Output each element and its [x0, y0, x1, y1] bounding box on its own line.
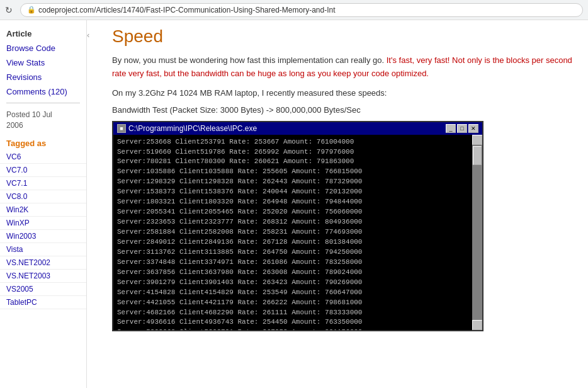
sidebar-tag-win2003[interactable]: Win2003: [0, 230, 86, 243]
article-section-label: Article: [0, 25, 86, 41]
scrollbar-down-arrow[interactable]: ▼: [472, 320, 482, 330]
sidebar-meta-posted: Posted 10 Jul 2006: [0, 107, 86, 134]
sidebar-tag-vsnet2003[interactable]: VS.NET2003: [0, 270, 86, 283]
sidebar-arrow: ‹: [87, 20, 99, 388]
console-scrollbar[interactable]: ▲ ▼: [472, 135, 482, 330]
sidebar-tag-vc80[interactable]: VC8.0: [0, 190, 86, 203]
console-line: Server:2849012 Client2849136 Rate: 26712…: [117, 237, 478, 248]
sidebar-link-view-stats[interactable]: View Stats: [0, 55, 86, 70]
console-line: Server:2323653 Client2323777 Rate: 26831…: [117, 217, 478, 227]
console-controls: _ □ ✕: [446, 124, 478, 133]
console-title-text: C:\Programming\IPC\Release\IPC.exe: [128, 124, 257, 133]
console-app-icon: ■: [117, 124, 126, 133]
console-line: Server:4421055 Client4421179 Rate: 26622…: [117, 298, 478, 308]
sidebar: Article Browse Code View Stats Revisions…: [0, 20, 87, 388]
console-line: Server:253668 Client253791 Rate: 253667 …: [117, 137, 478, 147]
console-line: Server:3113762 Client3113885 Rate: 26475…: [117, 248, 478, 258]
speed-line: On my 3.2Ghz P4 1024 MB RAM laptop, I re…: [112, 88, 575, 98]
scrollbar-up-arrow[interactable]: ▲: [472, 135, 482, 145]
sidebar-tagged-label: Tagged as: [0, 134, 86, 151]
console-minimize-btn[interactable]: _: [446, 124, 456, 133]
sidebar-link-comments[interactable]: Comments (120): [0, 84, 86, 99]
console-line: Server:3637856 Client3637980 Rate: 26300…: [117, 268, 478, 278]
console-line: Server:2055341 Client2055465 Rate: 25202…: [117, 207, 478, 217]
sidebar-tag-tabletpc[interactable]: TabletPC: [0, 296, 86, 309]
intro-paragraph: By now, you must be wondering how fast t…: [112, 54, 575, 81]
console-line: Server:1803321 Client1803320 Rate: 26494…: [117, 197, 478, 207]
bandwidth-line: Bandwidth Test (Packet Size: 3000 Bytes)…: [112, 105, 575, 115]
console-title-left: ■ C:\Programming\IPC\Release\IPC.exe: [117, 124, 257, 133]
console-line: Server:1035886 Client1035888 Rate: 25560…: [117, 167, 478, 177]
url-text: codeproject.com/Articles/14740/Fast-IPC-…: [38, 6, 336, 14]
console-line: Server:3901279 Client3901403 Rate: 26342…: [117, 278, 478, 288]
console-line: Server:4154828 Client4154829 Rate: 25354…: [117, 288, 478, 298]
sidebar-link-revisions[interactable]: Revisions: [0, 70, 86, 84]
console-line: Server:4936616 Client4936743 Rate: 25445…: [117, 317, 478, 328]
main-content: Speed By now, you must be wondering how …: [99, 20, 588, 388]
console-line: Server:3374848 Client3374971 Rate: 26108…: [117, 258, 478, 268]
url-bar[interactable]: 🔒 codeproject.com/Articles/14740/Fast-IP…: [20, 3, 583, 17]
refresh-icon[interactable]: ↻: [5, 5, 15, 15]
lock-icon: 🔒: [27, 6, 36, 14]
console-close-btn[interactable]: ✕: [468, 124, 478, 133]
console-window: ■ C:\Programming\IPC\Release\IPC.exe _ □…: [112, 121, 483, 331]
sidebar-tag-vc71[interactable]: VC7.1: [0, 177, 86, 190]
highlight-fast: It's fast, very fast! Not only is the bl…: [112, 55, 572, 78]
scrollbar-thumb[interactable]: [473, 146, 482, 165]
sidebar-tag-win2k[interactable]: Win2K: [0, 203, 86, 217]
console-line: Server:5203668 Client5203791 Rate: 26705…: [117, 328, 478, 329]
page-title: Speed: [112, 26, 575, 47]
sidebar-tag-vs2005[interactable]: VS2005: [0, 283, 86, 296]
console-body: Server:253668 Client253791 Rate: 253667 …: [113, 135, 482, 330]
console-lines: Server:253668 Client253791 Rate: 253667 …: [117, 137, 478, 330]
sidebar-tag-winxp[interactable]: WinXP: [0, 217, 86, 230]
sidebar-tag-vsnet2002[interactable]: VS.NET2002: [0, 256, 86, 270]
sidebar-tag-vista[interactable]: Vista: [0, 243, 86, 256]
sidebar-tag-vc6[interactable]: VC6: [0, 151, 86, 164]
console-titlebar: ■ C:\Programming\IPC\Release\IPC.exe _ □…: [113, 122, 482, 135]
console-line: Server:4682166 Client4682290 Rate: 26111…: [117, 308, 478, 318]
console-line: Server:1298329 Client1298328 Rate: 26244…: [117, 177, 478, 187]
console-line: Server:519660 Client519786 Rate: 265992 …: [117, 147, 478, 157]
console-maximize-btn[interactable]: □: [457, 124, 467, 133]
console-line: Server:780281 Client780300 Rate: 260621 …: [117, 157, 478, 167]
sidebar-tag-vc70[interactable]: VC7.0: [0, 164, 86, 177]
sidebar-link-browse-code[interactable]: Browse Code: [0, 41, 86, 55]
sidebar-divider: [6, 103, 80, 103]
browser-bar: ↻ 🔒 codeproject.com/Articles/14740/Fast-…: [0, 0, 588, 20]
page-body: Article Browse Code View Stats Revisions…: [0, 20, 588, 388]
console-line: Server:1538373 Client1538376 Rate: 24004…: [117, 187, 478, 197]
console-line: Server:2581884 Client2582008 Rate: 25823…: [117, 227, 478, 237]
